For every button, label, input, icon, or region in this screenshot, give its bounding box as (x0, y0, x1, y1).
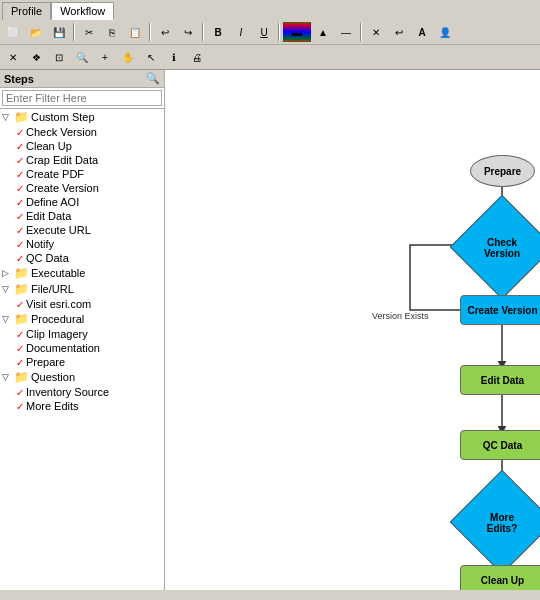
sep4 (278, 23, 280, 41)
tree-group-executable[interactable]: ▷ 📁 Executable (0, 265, 164, 281)
list-item[interactable]: ✓Create Version (14, 181, 164, 195)
folder-icon: 📁 (14, 110, 29, 124)
check-icon: ✓ (16, 197, 24, 208)
list-item[interactable]: ✓Prepare (14, 355, 164, 369)
fill-btn[interactable]: ▲ (312, 22, 334, 42)
open-btn[interactable]: 📂 (25, 22, 47, 42)
node-clean-up[interactable]: Clean Up (460, 565, 540, 590)
zoom-in-btn[interactable]: 🔍 (71, 47, 93, 67)
sep2 (149, 23, 151, 41)
list-item[interactable]: ✓Clean Up (14, 139, 164, 153)
list-item[interactable]: ✓Edit Data (14, 209, 164, 223)
arrow-btn[interactable]: ↖ (140, 47, 162, 67)
folder-icon: 📁 (14, 266, 29, 280)
underline-btn[interactable]: U (253, 22, 275, 42)
line-btn[interactable]: — (335, 22, 357, 42)
close-btn[interactable]: ✕ (2, 47, 24, 67)
filter-box (0, 88, 164, 109)
check-icon: ✓ (16, 155, 24, 166)
check-icon: ✓ (16, 343, 24, 354)
check-icon: ✓ (16, 401, 24, 412)
sep3 (202, 23, 204, 41)
bold-btn[interactable]: B (207, 22, 229, 42)
undo-btn[interactable]: ↩ (154, 22, 176, 42)
tab-profile[interactable]: Profile (2, 2, 51, 20)
node-create-version-label: Create Version (467, 305, 537, 316)
node-check-version-label: CheckVersion (465, 211, 539, 285)
expand-icon: ▽ (2, 314, 12, 324)
node-check-version[interactable]: CheckVersion (450, 195, 540, 300)
steps-header: Steps 🔍 (0, 70, 164, 88)
list-item[interactable]: ✓Create PDF (14, 167, 164, 181)
left-panel: Steps 🔍 ▽ 📁 Custom Step ✓Check Version ✓… (0, 70, 165, 590)
steps-title: Steps (4, 73, 34, 85)
check-icon: ✓ (16, 169, 24, 180)
text-btn[interactable]: A (411, 22, 433, 42)
toolbar2: ✕ ❖ ⊡ 🔍 + ✋ ↖ ℹ 🖨 (0, 44, 540, 69)
color-btn[interactable]: ▬ (283, 22, 311, 42)
user-btn[interactable]: 👤 (434, 22, 456, 42)
zoom-out-btn[interactable]: + (94, 47, 116, 67)
check-icon: ✓ (16, 329, 24, 340)
file-url-children: ✓Visit esri.com (0, 297, 164, 311)
filter-input[interactable] (2, 90, 162, 106)
search-icon[interactable]: 🔍 (146, 72, 160, 85)
node-prepare[interactable]: Prepare (470, 155, 535, 187)
list-item[interactable]: ✓QC Data (14, 251, 164, 265)
expand-icon: ▽ (2, 372, 12, 382)
toolbar-container: ⬜ 📂 💾 ✂ ⎘ 📋 ↩ ↪ B I U ▬ ▲ — ✕ ↩ A 👤 ✕ ❖ … (0, 20, 540, 70)
tab-bar: Profile Workflow (0, 0, 540, 20)
list-item[interactable]: ✓Notify (14, 237, 164, 251)
tree-group-question[interactable]: ▽ 📁 Question (0, 369, 164, 385)
italic-btn[interactable]: I (230, 22, 252, 42)
group-label-file-url: File/URL (31, 283, 74, 295)
copy-btn[interactable]: ⎘ (101, 22, 123, 42)
list-item[interactable]: ✓Check Version (14, 125, 164, 139)
list-item[interactable]: ✓Define AOI (14, 195, 164, 209)
info-btn[interactable]: ℹ (163, 47, 185, 67)
save-btn[interactable]: 💾 (48, 22, 70, 42)
group-label-procedural: Procedural (31, 313, 84, 325)
print-btn[interactable]: 🖨 (186, 47, 208, 67)
list-item[interactable]: ✓More Edits (14, 399, 164, 413)
folder-icon: 📁 (14, 312, 29, 326)
node-more-edits[interactable]: MoreEdits? (450, 470, 540, 575)
node-edit-data[interactable]: Edit Data (460, 365, 540, 395)
check-icon: ✓ (16, 225, 24, 236)
list-item[interactable]: ✓Clip Imagery (14, 327, 164, 341)
tree-group-procedural[interactable]: ▽ 📁 Procedural (0, 311, 164, 327)
list-item[interactable]: ✓Visit esri.com (14, 297, 164, 311)
cut-btn[interactable]: ✂ (78, 22, 100, 42)
fit-btn[interactable]: ⊡ (48, 47, 70, 67)
folder-icon: 📁 (14, 282, 29, 296)
check-icon: ✓ (16, 141, 24, 152)
list-item[interactable]: ✓Documentation (14, 341, 164, 355)
paste-btn[interactable]: 📋 (124, 22, 146, 42)
toolbar1: ⬜ 📂 💾 ✂ ⎘ 📋 ↩ ↪ B I U ▬ ▲ — ✕ ↩ A 👤 (0, 20, 540, 44)
node-qc-data[interactable]: QC Data (460, 430, 540, 460)
tab-workflow[interactable]: Workflow (51, 2, 114, 20)
expand-icon: ▽ (2, 284, 12, 294)
label-version-exists: Version Exists (372, 311, 429, 321)
new-btn[interactable]: ⬜ (2, 22, 24, 42)
node-create-version[interactable]: Create Version (460, 295, 540, 325)
tree-group-custom-step[interactable]: ▽ 📁 Custom Step (0, 109, 164, 125)
list-item[interactable]: ✓Inventory Source (14, 385, 164, 399)
group-label-executable: Executable (31, 267, 85, 279)
select-btn[interactable]: ❖ (25, 47, 47, 67)
group-label-question: Question (31, 371, 75, 383)
expand-icon: ▽ (2, 112, 12, 122)
check-icon: ✓ (16, 211, 24, 222)
check-icon: ✓ (16, 239, 24, 250)
pan-btn[interactable]: ✋ (117, 47, 139, 67)
back-btn[interactable]: ↩ (388, 22, 410, 42)
sep5 (360, 23, 362, 41)
question-children: ✓Inventory Source ✓More Edits (0, 385, 164, 413)
delete-btn[interactable]: ✕ (365, 22, 387, 42)
list-item[interactable]: ✓Crap Edit Data (14, 153, 164, 167)
redo-btn[interactable]: ↪ (177, 22, 199, 42)
list-item[interactable]: ✓Execute URL (14, 223, 164, 237)
tree-group-file-url[interactable]: ▽ 📁 File/URL (0, 281, 164, 297)
node-clean-up-label: Clean Up (481, 575, 524, 586)
sep1 (73, 23, 75, 41)
